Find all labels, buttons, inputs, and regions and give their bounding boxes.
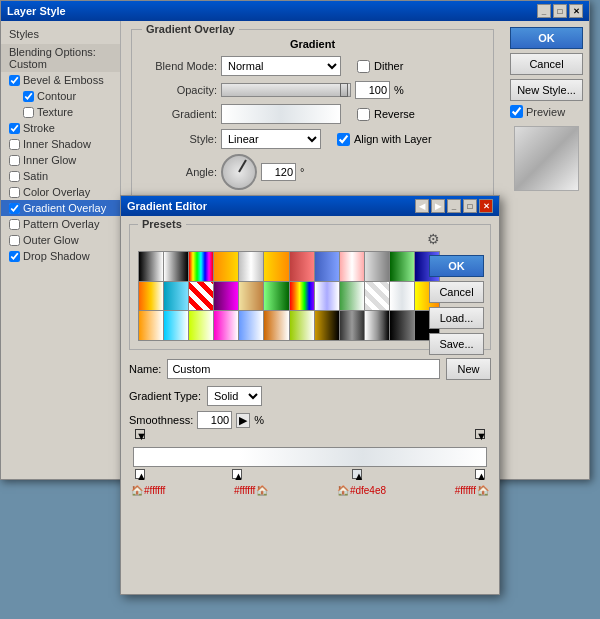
- sidebar-item-stroke[interactable]: Stroke: [1, 120, 120, 136]
- sidebar-item-satin[interactable]: Satin: [1, 168, 120, 184]
- color-overlay-checkbox[interactable]: [9, 187, 20, 198]
- ge-load-button[interactable]: Load...: [429, 307, 484, 329]
- ge-close-button[interactable]: ✕: [479, 199, 493, 213]
- reverse-checkbox[interactable]: [357, 108, 370, 121]
- preset-item[interactable]: [189, 282, 213, 311]
- align-layer-label: Align with Layer: [354, 133, 432, 145]
- preset-item[interactable]: [390, 282, 414, 311]
- opacity-slider[interactable]: [221, 83, 351, 97]
- pattern-overlay-checkbox[interactable]: [9, 219, 20, 230]
- color-stop-2[interactable]: ▲: [352, 469, 362, 479]
- dither-checkbox[interactable]: [357, 60, 370, 73]
- preset-item[interactable]: [365, 252, 389, 281]
- preset-item[interactable]: [164, 282, 188, 311]
- gradient-bar[interactable]: [133, 447, 487, 467]
- preset-item[interactable]: [365, 282, 389, 311]
- gradient-overlay-checkbox[interactable]: [9, 203, 20, 214]
- texture-checkbox[interactable]: [23, 107, 34, 118]
- opacity-input[interactable]: [355, 81, 390, 99]
- stroke-checkbox[interactable]: [9, 123, 20, 134]
- restore-button[interactable]: □: [553, 4, 567, 18]
- angle-input[interactable]: [261, 163, 296, 181]
- preview-checkbox[interactable]: [510, 105, 523, 118]
- ge-minimize-button[interactable]: _: [447, 199, 461, 213]
- gradient-preview[interactable]: [221, 104, 341, 124]
- preset-item[interactable]: [315, 252, 339, 281]
- sidebar-item-inner-glow[interactable]: Inner Glow: [1, 152, 120, 168]
- preset-item[interactable]: [139, 252, 163, 281]
- smoothness-label: Smoothness:: [129, 414, 193, 426]
- opacity-stop-left[interactable]: ▼: [135, 429, 145, 439]
- preset-item[interactable]: [214, 252, 238, 281]
- smoothness-input[interactable]: [197, 411, 232, 429]
- preset-item[interactable]: [315, 311, 339, 340]
- preset-item[interactable]: [164, 311, 188, 340]
- color-overlay-label: Color Overlay: [23, 186, 90, 198]
- sidebar-item-drop-shadow[interactable]: Drop Shadow: [1, 248, 120, 264]
- sidebar-item-contour[interactable]: Contour: [1, 88, 120, 104]
- close-button[interactable]: ✕: [569, 4, 583, 18]
- preset-item[interactable]: [315, 282, 339, 311]
- minimize-button[interactable]: _: [537, 4, 551, 18]
- angle-dial[interactable]: [221, 154, 257, 190]
- align-layer-checkbox[interactable]: [337, 133, 350, 146]
- sidebar-item-outer-glow[interactable]: Outer Glow: [1, 232, 120, 248]
- opacity-stop-right[interactable]: ▼: [475, 429, 485, 439]
- gradient-type-select[interactable]: SolidNoise: [207, 386, 262, 406]
- new-style-button[interactable]: New Style...: [510, 79, 583, 101]
- sidebar-item-pattern-overlay[interactable]: Pattern Overlay: [1, 216, 120, 232]
- ok-button[interactable]: OK: [510, 27, 583, 49]
- drop-shadow-checkbox[interactable]: [9, 251, 20, 262]
- preset-item[interactable]: [390, 311, 414, 340]
- preset-item[interactable]: [139, 282, 163, 311]
- ge-cancel-button[interactable]: Cancel: [429, 281, 484, 303]
- preset-item[interactable]: [340, 252, 364, 281]
- ge-forward-button[interactable]: ▶: [431, 199, 445, 213]
- name-input[interactable]: [167, 359, 440, 379]
- inner-shadow-checkbox[interactable]: [9, 139, 20, 150]
- cancel-button[interactable]: Cancel: [510, 53, 583, 75]
- sidebar-item-gradient-overlay[interactable]: Gradient Overlay: [1, 200, 120, 216]
- preset-item[interactable]: [189, 252, 213, 281]
- preset-item[interactable]: [214, 311, 238, 340]
- outer-glow-checkbox[interactable]: [9, 235, 20, 246]
- preset-item[interactable]: [264, 282, 288, 311]
- preset-item[interactable]: [340, 311, 364, 340]
- color-stop-1[interactable]: ▲: [232, 469, 242, 479]
- preset-item[interactable]: [340, 282, 364, 311]
- preset-item[interactable]: [239, 282, 263, 311]
- bevel-checkbox[interactable]: [9, 75, 20, 86]
- contour-checkbox[interactable]: [23, 91, 34, 102]
- style-select[interactable]: LinearRadialAngle: [221, 129, 321, 149]
- smoothness-arrow[interactable]: ▶: [236, 413, 250, 428]
- preset-item[interactable]: [390, 252, 414, 281]
- preset-item[interactable]: [189, 311, 213, 340]
- sidebar-item-blending[interactable]: Blending Options: Custom: [1, 44, 120, 72]
- sidebar-item-texture[interactable]: Texture: [1, 104, 120, 120]
- inner-glow-checkbox[interactable]: [9, 155, 20, 166]
- preset-item[interactable]: [264, 311, 288, 340]
- satin-checkbox[interactable]: [9, 171, 20, 182]
- sidebar-item-inner-shadow[interactable]: Inner Shadow: [1, 136, 120, 152]
- preset-item[interactable]: [239, 311, 263, 340]
- preset-item[interactable]: [214, 282, 238, 311]
- color-stop-0[interactable]: ▲: [135, 469, 145, 479]
- blend-mode-select[interactable]: NormalMultiplyScreen: [221, 56, 341, 76]
- sidebar-item-bevel[interactable]: Bevel & Emboss: [1, 72, 120, 88]
- preset-item[interactable]: [264, 252, 288, 281]
- preset-item[interactable]: [290, 282, 314, 311]
- new-button[interactable]: New: [446, 358, 491, 380]
- presets-gear-button[interactable]: ⚙: [427, 231, 440, 247]
- preset-item[interactable]: [139, 311, 163, 340]
- ge-ok-button[interactable]: OK: [429, 255, 484, 277]
- preset-item[interactable]: [164, 252, 188, 281]
- ge-save-button[interactable]: Save...: [429, 333, 484, 355]
- ge-restore-button[interactable]: □: [463, 199, 477, 213]
- preset-item[interactable]: [290, 252, 314, 281]
- preset-item[interactable]: [239, 252, 263, 281]
- color-stop-3[interactable]: ▲: [475, 469, 485, 479]
- sidebar-item-color-overlay[interactable]: Color Overlay: [1, 184, 120, 200]
- preset-item[interactable]: [290, 311, 314, 340]
- ge-back-button[interactable]: ◀: [415, 199, 429, 213]
- preset-item[interactable]: [365, 311, 389, 340]
